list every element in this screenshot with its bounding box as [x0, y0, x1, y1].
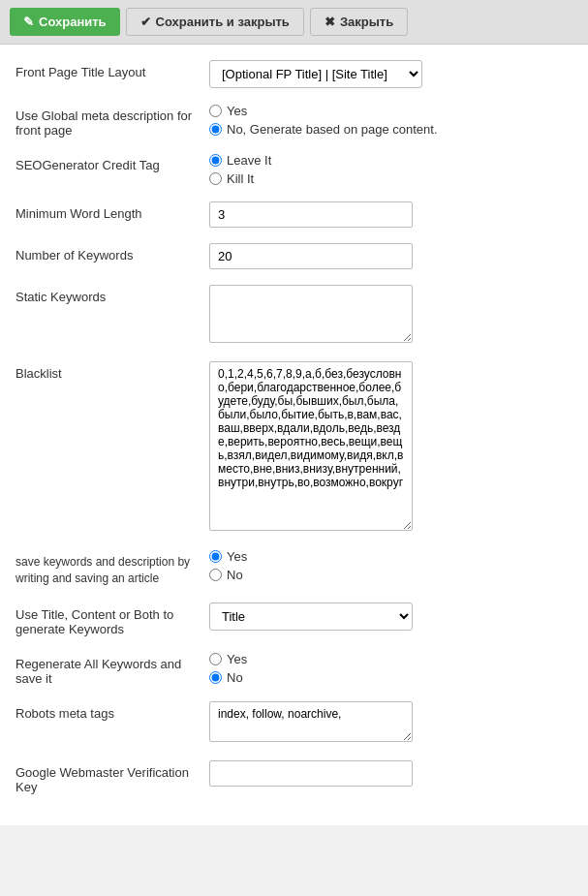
front-page-title-label: Front Page Title Layout [15, 60, 209, 79]
regenerate-radio-group: Yes No [209, 652, 573, 685]
num-keywords-label: Number of Keywords [15, 243, 209, 263]
min-word-length-row: Minimum Word Length [15, 201, 573, 228]
front-page-title-row: Front Page Title Layout [Optional FP Tit… [15, 60, 573, 88]
global-meta-radio-group: Yes No, Generate based on page content. [209, 104, 573, 137]
toolbar: ✎ Сохранить ✔ Сохранить и закрыть ✖ Закр… [0, 0, 588, 45]
global-meta-row: Use Global meta description for front pa… [15, 104, 573, 138]
global-meta-field: Yes No, Generate based on page content. [209, 104, 573, 137]
seo-leave-radio[interactable] [209, 154, 222, 167]
save-keywords-row: save keywords and description by writing… [15, 549, 573, 587]
global-meta-yes-label[interactable]: Yes [227, 104, 247, 118]
blacklist-row: Blacklist [15, 361, 573, 534]
save-keywords-yes-label[interactable]: Yes [227, 549, 247, 564]
use-title-label: Use Title, Content or Both to generate K… [15, 602, 209, 636]
global-meta-no-label[interactable]: No, Generate based on page content. [227, 122, 438, 137]
use-title-field: Title Content Both [209, 602, 573, 631]
save-keywords-yes-item: Yes [209, 549, 573, 564]
robots-meta-textarea[interactable] [209, 701, 413, 742]
robots-meta-field [209, 701, 573, 745]
save-keywords-field: Yes No [209, 549, 573, 582]
regenerate-yes-label[interactable]: Yes [227, 652, 247, 666]
save-keywords-yes-radio[interactable] [209, 550, 222, 563]
regenerate-no-item: No [209, 670, 573, 685]
seo-credit-field: Leave It Kill It [209, 153, 573, 186]
seo-kill-item: Kill It [209, 171, 573, 186]
seo-credit-radio-group: Leave It Kill It [209, 153, 573, 186]
min-word-length-field [209, 201, 573, 228]
global-meta-label: Use Global meta description for front pa… [15, 104, 209, 138]
google-webmaster-field [209, 760, 573, 787]
save-keywords-radio-group: Yes No [209, 549, 573, 582]
seo-kill-label[interactable]: Kill It [227, 171, 254, 186]
static-keywords-field [209, 285, 573, 346]
seo-leave-item: Leave It [209, 153, 573, 168]
seo-credit-row: SEOGenerator Credit Tag Leave It Kill It [15, 153, 573, 186]
num-keywords-field [209, 243, 573, 269]
static-keywords-textarea[interactable] [209, 285, 413, 343]
robots-meta-row: Robots meta tags [15, 701, 573, 745]
static-keywords-label: Static Keywords [15, 285, 209, 304]
front-page-title-select[interactable]: [Optional FP Title] | [Site Title] [Site… [209, 60, 422, 88]
min-word-length-label: Minimum Word Length [15, 201, 209, 221]
settings-form: Front Page Title Layout [Optional FP Tit… [0, 45, 588, 825]
robots-meta-label: Robots meta tags [15, 701, 209, 721]
blacklist-label: Blacklist [15, 361, 209, 381]
seo-leave-label[interactable]: Leave It [227, 153, 271, 168]
min-word-length-input[interactable] [209, 201, 413, 228]
regenerate-label: Regenerate All Keywords and save it [15, 652, 209, 686]
save-keywords-label: save keywords and description by writing… [15, 549, 209, 587]
seo-credit-label: SEOGenerator Credit Tag [15, 153, 209, 172]
google-webmaster-label: Google Webmaster Verification Key [15, 760, 209, 794]
x-icon: ✖ [325, 15, 335, 29]
regenerate-no-label[interactable]: No [227, 670, 243, 685]
save-icon: ✎ [23, 15, 34, 29]
blacklist-field [209, 361, 573, 534]
regenerate-row: Regenerate All Keywords and save it Yes … [15, 652, 573, 686]
save-button[interactable]: ✎ Сохранить [10, 8, 120, 36]
num-keywords-input[interactable] [209, 243, 413, 269]
google-webmaster-input[interactable] [209, 760, 413, 787]
regenerate-no-radio[interactable] [209, 671, 222, 684]
save-close-button[interactable]: ✔ Сохранить и закрыть [126, 8, 304, 36]
close-button[interactable]: ✖ Закрыть [310, 8, 408, 36]
regenerate-yes-item: Yes [209, 652, 573, 666]
blacklist-textarea[interactable] [209, 361, 413, 531]
use-title-select[interactable]: Title Content Both [209, 602, 413, 631]
seo-kill-radio[interactable] [209, 172, 222, 185]
global-meta-yes-radio[interactable] [209, 105, 222, 117]
num-keywords-row: Number of Keywords [15, 243, 573, 269]
static-keywords-row: Static Keywords [15, 285, 573, 346]
regenerate-yes-radio[interactable] [209, 653, 222, 665]
global-meta-yes-item: Yes [209, 104, 573, 118]
use-title-row: Use Title, Content or Both to generate K… [15, 602, 573, 636]
front-page-title-field: [Optional FP Title] | [Site Title] [Site… [209, 60, 573, 88]
global-meta-no-radio[interactable] [209, 123, 222, 136]
regenerate-field: Yes No [209, 652, 573, 685]
save-keywords-no-radio[interactable] [209, 569, 222, 581]
save-keywords-no-label[interactable]: No [227, 568, 243, 582]
global-meta-no-item: No, Generate based on page content. [209, 122, 573, 137]
save-keywords-no-item: No [209, 568, 573, 582]
google-webmaster-row: Google Webmaster Verification Key [15, 760, 573, 794]
check-icon: ✔ [140, 15, 151, 29]
